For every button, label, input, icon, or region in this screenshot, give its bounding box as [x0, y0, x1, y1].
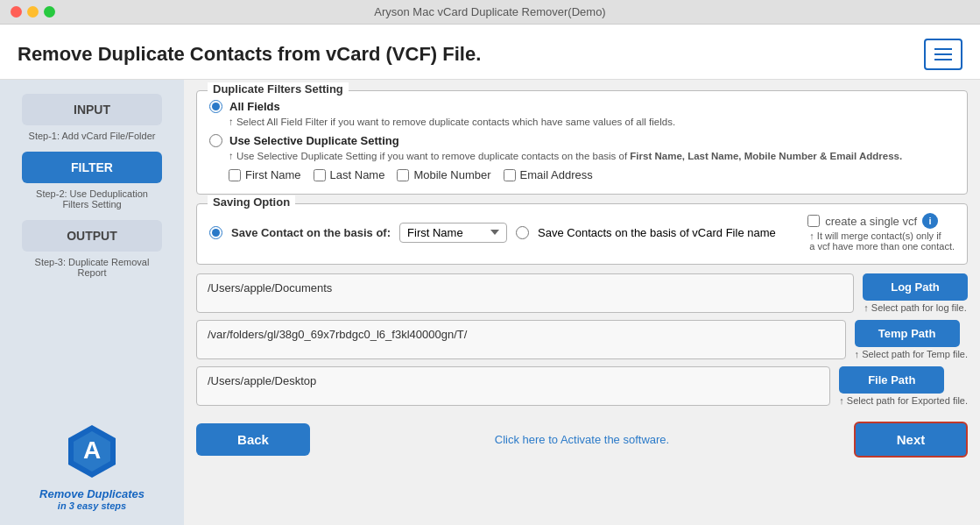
menu-button[interactable] [924, 39, 962, 70]
vcf-hint: ↑ It will merge contact(s) only ifa vcf … [809, 231, 955, 252]
log-path-button[interactable]: Log Path [863, 273, 968, 301]
email-cb-label: Email Address [520, 168, 593, 181]
saving-legend: Saving Option [208, 195, 295, 209]
selective-radio[interactable] [209, 134, 222, 147]
hamburger-icon [934, 48, 952, 60]
filter-legend: Duplicate Filters Setting [208, 82, 349, 96]
vcf-right: create a single vcf i ↑ It will merge co… [807, 213, 955, 252]
window-title: Aryson Mac vCard Duplicate Remover(Demo) [374, 5, 605, 18]
first-name-check-item: First Name [229, 168, 301, 181]
sidebar-logo: A Remove Duplicates in 3 easy steps [39, 421, 145, 511]
selective-hint: ↑ Use Selective Duplicate Setting if you… [229, 151, 955, 161]
window-controls [11, 6, 55, 18]
info-icon[interactable]: i [922, 213, 938, 229]
svg-text:A: A [83, 436, 101, 464]
single-vcf-checkbox[interactable] [807, 215, 820, 227]
all-fields-hint: ↑ Select All Field Filter if you want to… [229, 117, 955, 127]
temp-path-button[interactable]: Temp Path [855, 320, 960, 347]
basis-select[interactable]: First Name Last Name Email Mobile Number [399, 223, 507, 243]
header: Remove Duplicate Contacts from vCard (VC… [0, 25, 980, 80]
log-path-input[interactable]: /Users/apple/Documents [196, 273, 854, 313]
app-logo: A [61, 421, 123, 482]
temp-path-row: /var/folders/gl/38g0_69x7rbdgc0_l6_f3kl4… [196, 320, 968, 359]
filter-fieldset: Duplicate Filters Setting All Fields ↑ S… [196, 90, 968, 195]
main-panel: Duplicate Filters Setting All Fields ↑ S… [184, 80, 980, 525]
save-vcf-label: Save Contacts on the basis of vCard File… [538, 226, 776, 239]
logo-text: Remove Duplicates [39, 487, 145, 500]
mobile-cb-label: Mobile Number [413, 168, 490, 181]
output-button[interactable]: OUTPUT [22, 220, 162, 252]
file-path-row: /Users/apple/Desktop File Path ↑ Select … [196, 366, 968, 406]
first-name-checkbox[interactable] [229, 169, 241, 181]
filter-button[interactable]: FILTER [22, 152, 162, 183]
vcf-check-row: create a single vcf i [807, 213, 938, 229]
bottom-bar: Back Click here to Activate the software… [196, 415, 968, 458]
minimize-btn[interactable] [27, 6, 39, 18]
filter-step-label: Step-2: Use Deduplication Filters Settin… [22, 188, 162, 209]
sidebar: INPUT Step-1: Add vCard File/Folder FILT… [0, 80, 184, 525]
save-basis-label: Save Contact on the basis of: [231, 226, 391, 239]
logo-subtext: in 3 easy steps [58, 500, 126, 511]
selective-label: Use Selective Duplicate Setting [229, 134, 399, 147]
mobile-check-item: Mobile Number [397, 168, 490, 181]
saving-options-row: Save Contact on the basis of: First Name… [209, 213, 955, 252]
log-path-hint: ↑ Select path for log file. [863, 302, 968, 313]
log-path-row: /Users/apple/Documents Log Path ↑ Select… [196, 273, 968, 313]
activate-link[interactable]: Click here to Activate the software. [495, 433, 669, 446]
last-name-checkbox[interactable] [314, 169, 326, 181]
input-step-label: Step-1: Add vCard File/Folder [22, 131, 162, 141]
maximize-btn[interactable] [44, 6, 55, 18]
first-name-cb-label: First Name [245, 168, 301, 181]
all-fields-label: All Fields [229, 100, 280, 113]
close-btn[interactable] [11, 6, 22, 18]
field-checkboxes: First Name Last Name Mobile Number Email… [229, 168, 955, 181]
path-section: /Users/apple/Documents Log Path ↑ Select… [196, 273, 968, 406]
all-fields-radio[interactable] [209, 100, 222, 113]
temp-path-side: Temp Path ↑ Select path for Temp file. [855, 320, 968, 359]
all-fields-row: All Fields [209, 100, 955, 113]
temp-path-hint: ↑ Select path for Temp file. [855, 349, 968, 359]
file-path-input[interactable]: /Users/apple/Desktop [196, 366, 830, 406]
file-path-side: File Path ↑ Select path for Exported fil… [839, 366, 968, 406]
selective-row: Use Selective Duplicate Setting [209, 134, 955, 147]
input-button[interactable]: INPUT [22, 94, 162, 125]
page-title: Remove Duplicate Contacts from vCard (VC… [18, 43, 481, 66]
email-check-item: Email Address [504, 168, 593, 181]
save-basis-radio[interactable] [209, 226, 222, 239]
mobile-checkbox[interactable] [397, 169, 409, 181]
file-path-hint: ↑ Select path for Exported file. [839, 395, 968, 406]
temp-path-input[interactable]: /var/folders/gl/38g0_69x7rbdgc0_l6_f3kl4… [196, 320, 846, 359]
output-step-label: Step-3: Duplicate Removal Report [22, 257, 162, 278]
last-name-check-item: Last Name [314, 168, 385, 181]
save-vcf-radio[interactable] [516, 226, 529, 239]
titlebar: Aryson Mac vCard Duplicate Remover(Demo) [0, 0, 980, 25]
log-path-side: Log Path ↑ Select path for log file. [863, 273, 968, 313]
next-button[interactable]: Next [854, 422, 968, 458]
file-path-button[interactable]: File Path [839, 366, 944, 394]
email-checkbox[interactable] [504, 169, 516, 181]
saving-fieldset: Saving Option Save Contact on the basis … [196, 203, 968, 265]
vcf-check-label: create a single vcf [825, 215, 917, 228]
last-name-cb-label: Last Name [330, 168, 385, 181]
back-button[interactable]: Back [196, 423, 310, 456]
